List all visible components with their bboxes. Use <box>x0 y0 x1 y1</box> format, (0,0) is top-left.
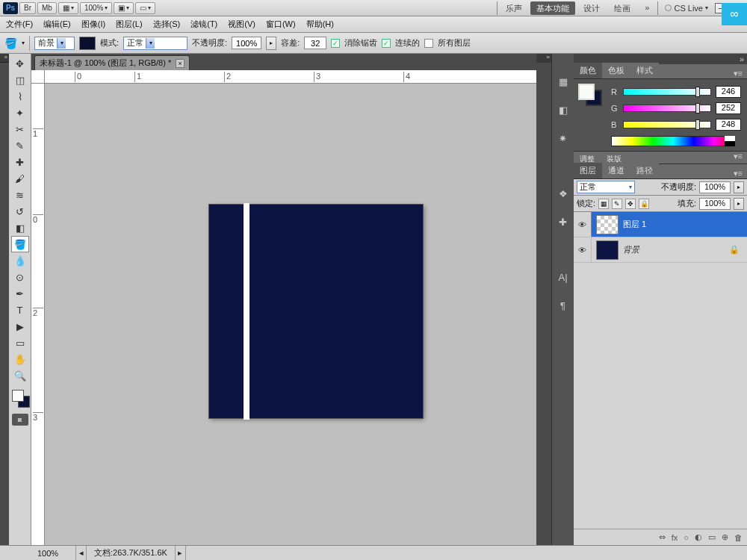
blur-tool[interactable]: 💧 <box>11 252 29 269</box>
layer-row[interactable]: 👁 图层 1 <box>574 212 747 237</box>
r-slider[interactable] <box>623 88 711 96</box>
lock-transparent-icon[interactable]: ▦ <box>598 199 609 209</box>
tolerance-input[interactable] <box>304 37 326 49</box>
minibridge-button[interactable]: Mb <box>37 2 57 14</box>
lasso-tool[interactable]: ⌇ <box>11 88 29 105</box>
canvas[interactable] <box>209 205 423 418</box>
antialias-checkbox[interactable]: ✓ <box>331 39 340 48</box>
color-tab[interactable]: 颜色 <box>574 63 602 78</box>
stamp-tool[interactable]: ≋ <box>11 187 29 203</box>
close-tab-icon[interactable]: × <box>176 59 185 68</box>
panel-icon[interactable]: ✷ <box>555 130 571 146</box>
all-layers-checkbox[interactable]: ✓ <box>424 39 433 48</box>
masks-tab[interactable]: 装版 <box>601 152 627 164</box>
move-tool[interactable]: ✥ <box>11 55 29 72</box>
color-spectrum[interactable] <box>611 136 735 146</box>
layer-thumbnail[interactable] <box>596 240 619 260</box>
panel-icon[interactable]: ❖ <box>555 185 571 202</box>
ruler-vertical[interactable]: 0 1 2 3 <box>31 84 45 545</box>
character-panel-icon[interactable]: A| <box>555 269 571 285</box>
eyedropper-tool[interactable]: ✎ <box>11 137 29 154</box>
dodge-tool[interactable]: ⊙ <box>11 269 29 285</box>
fill-source-select[interactable]: 前景▾ <box>34 37 75 50</box>
layer-fx-icon[interactable]: fx <box>672 533 678 542</box>
menu-edit[interactable]: 编辑(E) <box>43 19 71 30</box>
ruler-horizontal[interactable]: 0 1 2 3 4 <box>45 70 536 84</box>
layer-name[interactable]: 背景 <box>623 244 729 255</box>
paint-bucket-tool[interactable]: 🪣 <box>11 236 29 252</box>
g-value[interactable]: 252 <box>716 102 741 114</box>
brush-tool[interactable]: 🖌 <box>11 170 29 187</box>
zoom-tool[interactable]: 🔍 <box>11 367 29 384</box>
panel-menu-icon[interactable]: ▾≡ <box>729 169 747 178</box>
adjustment-layer-icon[interactable]: ◐ <box>695 532 702 542</box>
bridge-button[interactable]: Br <box>19 2 36 14</box>
path-select-tool[interactable]: ▶ <box>11 318 29 335</box>
document-view[interactable]: 0 1 2 3 4 0 1 2 3 <box>31 70 536 545</box>
cloud-sync-icon[interactable]: ∞ <box>722 3 747 25</box>
pen-tool[interactable]: ✒ <box>11 285 29 302</box>
layer-opacity-input[interactable]: 100% <box>699 181 731 193</box>
panel-menu-icon[interactable]: ▾≡ <box>729 152 747 164</box>
paragraph-panel-icon[interactable]: ¶ <box>555 297 571 314</box>
healing-tool[interactable]: ✚ <box>11 154 29 170</box>
lock-all-icon[interactable]: 🔒 <box>639 199 649 209</box>
opacity-input[interactable] <box>232 37 261 49</box>
ruler-origin[interactable] <box>31 70 45 84</box>
cs-live-button[interactable]: CS Live▾ <box>665 4 708 13</box>
screen-mode-dropdown[interactable]: ▭ <box>135 2 155 14</box>
quick-mask-button[interactable]: ◙ <box>12 414 28 426</box>
group-icon[interactable]: ▭ <box>708 532 716 542</box>
menu-window[interactable]: 窗口(W) <box>266 19 296 30</box>
swatches-tab[interactable]: 色板 <box>602 63 630 78</box>
pattern-swatch[interactable] <box>79 37 96 50</box>
menu-filter[interactable]: 滤镜(T) <box>190 19 217 30</box>
menu-file[interactable]: 文件(F) <box>6 19 33 30</box>
contiguous-checkbox[interactable]: ✓ <box>382 39 391 48</box>
menu-help[interactable]: 帮助(H) <box>306 19 334 30</box>
layers-tab[interactable]: 图层 <box>574 163 602 178</box>
workspace-tab[interactable]: 设计 <box>577 1 606 15</box>
opacity-flyout[interactable]: ▸ <box>734 181 744 193</box>
menu-image[interactable]: 图像(I) <box>81 19 105 30</box>
r-value[interactable]: 246 <box>716 86 741 98</box>
shape-tool[interactable]: ▭ <box>11 335 29 351</box>
workspace-tab-active[interactable]: 基本功能 <box>530 1 575 15</box>
workspace-more-button[interactable]: » <box>639 1 655 15</box>
panel-icon[interactable]: ◧ <box>555 102 571 118</box>
layer-row[interactable]: 👁 背景 🔒 <box>574 237 747 263</box>
quick-select-tool[interactable]: ✦ <box>11 105 29 121</box>
visibility-toggle-icon[interactable]: 👁 <box>574 212 592 237</box>
b-slider[interactable] <box>623 121 711 128</box>
g-slider[interactable] <box>623 105 711 112</box>
layer-fill-input[interactable]: 100% <box>699 198 731 210</box>
trash-icon[interactable]: 🗑 <box>734 533 743 542</box>
lock-position-icon[interactable]: ✥ <box>625 199 636 209</box>
adjustments-tab[interactable]: 调整 <box>574 152 601 164</box>
panel-menu-icon[interactable]: ▾≡ <box>729 69 747 78</box>
hand-tool[interactable]: ✋ <box>11 351 29 367</box>
crop-tool[interactable]: ✂ <box>11 121 29 137</box>
status-doc-size[interactable]: 文档:263.7K/351.6K <box>87 546 176 560</box>
layer-thumbnail[interactable] <box>596 215 619 234</box>
menu-view[interactable]: 视图(V) <box>228 19 255 30</box>
layer-mask-icon[interactable]: ○ <box>684 533 689 542</box>
workspace-tab[interactable]: 绘画 <box>608 1 636 15</box>
opacity-flyout-button[interactable]: ▸ <box>266 37 276 50</box>
view-extras-dropdown[interactable]: ▦ <box>58 2 78 14</box>
zoom-level-dropdown[interactable]: 100% <box>80 2 113 14</box>
type-tool[interactable]: T <box>11 302 29 318</box>
status-flyout[interactable]: ▸ <box>176 546 186 560</box>
menu-layer[interactable]: 图层(L) <box>116 19 142 30</box>
layer-name[interactable]: 图层 1 <box>623 219 747 230</box>
arrange-docs-dropdown[interactable]: ▣ <box>114 2 134 14</box>
document-tab[interactable]: 未标题-1 @ 100% (图层 1, RGB/8) * × <box>34 55 190 70</box>
menu-select[interactable]: 选择(S) <box>153 19 181 30</box>
visibility-toggle-icon[interactable]: 👁 <box>574 237 592 262</box>
color-panel-swatches[interactable] <box>578 84 602 106</box>
fill-flyout[interactable]: ▸ <box>734 198 744 210</box>
channels-tab[interactable]: 通道 <box>602 163 630 178</box>
history-brush-tool[interactable]: ↺ <box>11 203 29 220</box>
panel-icon[interactable]: ▦ <box>555 73 571 90</box>
styles-tab[interactable]: 样式 <box>630 63 659 78</box>
